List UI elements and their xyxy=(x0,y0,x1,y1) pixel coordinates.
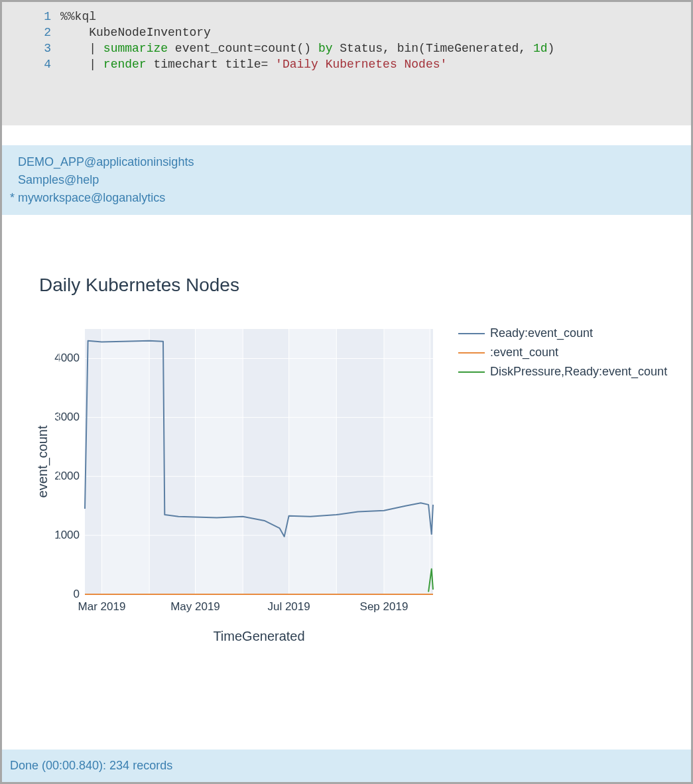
svg-text:Mar 2019: Mar 2019 xyxy=(78,600,126,613)
svg-text:0: 0 xyxy=(74,588,80,600)
code-cell[interactable]: 1 %%kql 2 KubeNodeInventory 3 | summariz… xyxy=(2,2,691,125)
code-indent xyxy=(60,26,89,39)
legend-item-1[interactable]: :event_count xyxy=(458,346,667,359)
svg-rect-1 xyxy=(101,329,149,594)
connection-banner: DEMO_APP@applicationinsights Samples@hel… xyxy=(2,145,691,215)
svg-rect-4 xyxy=(384,329,430,594)
code-table: KubeNodeInventory xyxy=(89,26,211,39)
legend-item-0[interactable]: Ready:event_count xyxy=(458,326,667,340)
chart-legend: Ready:event_count :event_count DiskPress… xyxy=(458,326,667,384)
gutter-2: 2 xyxy=(2,25,60,40)
conn-line-2: Samples@help xyxy=(6,171,687,189)
svg-text:1000: 1000 xyxy=(54,529,80,541)
svg-text:2000: 2000 xyxy=(54,470,80,482)
status-bar: Done (00:00.840): 234 records xyxy=(2,750,691,782)
gutter-1: 1 xyxy=(2,9,60,25)
svg-text:4000: 4000 xyxy=(54,352,80,364)
chart-title: Daily Kubernetes Nodes xyxy=(39,275,671,296)
conn-line-3: * myworkspace@loganalytics xyxy=(6,189,687,207)
gutter-3: 3 xyxy=(2,40,60,56)
svg-rect-3 xyxy=(289,329,337,594)
legend-swatch-0 xyxy=(458,333,485,334)
legend-swatch-1 xyxy=(458,352,485,354)
legend-label-0: Ready:event_count xyxy=(490,326,593,340)
render-title: 'Daily Kubernetes Nodes' xyxy=(275,58,447,71)
legend-label-2: DiskPressure,Ready:event_count xyxy=(490,365,667,379)
code-magic: %%kql xyxy=(60,10,96,23)
svg-text:TimeGenerated: TimeGenerated xyxy=(213,629,304,643)
chart-output: Daily Kubernetes Nodes 01000200030004000… xyxy=(2,215,691,681)
chart-plot[interactable]: 01000200030004000Mar 2019May 2019Jul 201… xyxy=(35,322,446,674)
svg-text:event_count: event_count xyxy=(35,425,50,497)
legend-item-2[interactable]: DiskPressure,Ready:event_count xyxy=(458,365,667,379)
legend-swatch-2 xyxy=(458,371,485,373)
conn-line-1: DEMO_APP@applicationinsights xyxy=(6,153,687,171)
svg-text:Sep 2019: Sep 2019 xyxy=(360,600,409,613)
bin-unit: 1d xyxy=(533,42,548,55)
legend-label-1: :event_count xyxy=(490,346,558,359)
svg-rect-2 xyxy=(196,329,243,594)
svg-text:May 2019: May 2019 xyxy=(170,600,220,613)
svg-text:Jul 2019: Jul 2019 xyxy=(267,600,310,613)
kw-summarize: summarize xyxy=(103,42,168,55)
gutter-4: 4 xyxy=(2,56,60,72)
kw-render: render xyxy=(103,58,147,71)
kw-by: by xyxy=(318,42,333,55)
svg-text:3000: 3000 xyxy=(54,411,80,423)
